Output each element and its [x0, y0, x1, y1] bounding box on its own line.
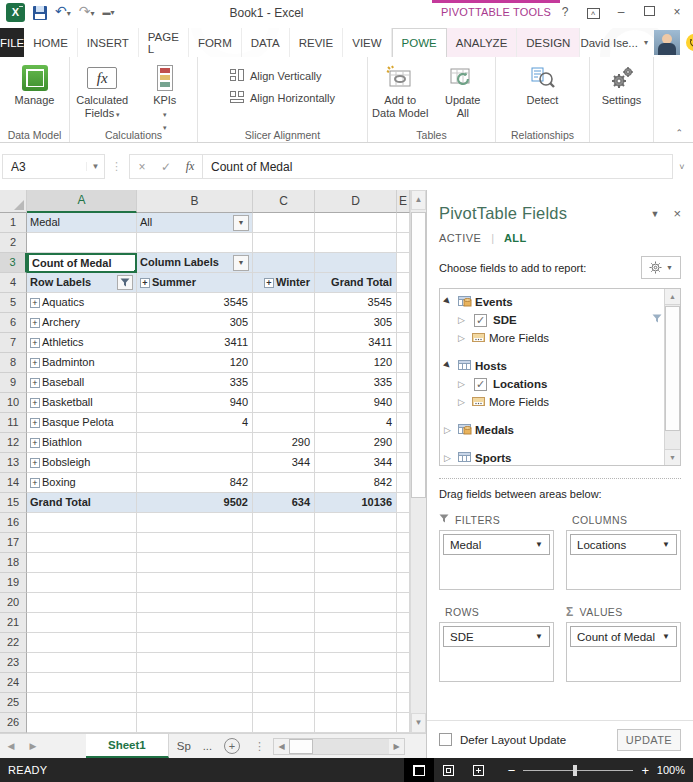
tab-revie[interactable]: REVIE — [290, 28, 344, 57]
cell-A15[interactable]: Grand Total — [27, 493, 137, 513]
tab-file[interactable]: FILE — [0, 28, 24, 57]
row-header-8[interactable]: 8 — [0, 353, 27, 373]
cell-A2[interactable] — [27, 233, 137, 253]
field-chip-sde[interactable]: SDE▼ — [443, 626, 550, 647]
row-header-19[interactable]: 19 — [0, 573, 27, 593]
row-header-5[interactable]: 5 — [0, 293, 27, 313]
expand-icon[interactable]: + — [264, 278, 274, 288]
field-table-medals[interactable]: ▷Medals — [444, 421, 662, 439]
expand-icon[interactable]: + — [30, 298, 40, 308]
row-header-16[interactable]: 16 — [0, 513, 27, 533]
cell-B11[interactable]: 4 — [137, 413, 253, 433]
tab-page-l[interactable]: PAGE L — [139, 28, 189, 57]
column-header-E[interactable]: E — [397, 190, 410, 213]
zoom-slider-thumb[interactable] — [573, 765, 577, 776]
cell-C8[interactable] — [253, 353, 315, 373]
formula-bar-handle[interactable]: ⋮ — [105, 160, 129, 173]
cell-D19[interactable] — [315, 573, 397, 593]
expand-icon[interactable]: + — [30, 398, 40, 408]
filter-dropdown-icon[interactable]: ▼ — [233, 215, 249, 231]
cell-A1[interactable]: Medal — [27, 213, 137, 233]
cell-E21[interactable] — [397, 613, 410, 633]
cell-C14[interactable] — [253, 473, 315, 493]
expand-icon[interactable]: + — [30, 458, 40, 468]
cell-D3[interactable] — [315, 253, 397, 273]
cell-E2[interactable] — [397, 233, 410, 253]
ribbon-display-options-button[interactable]: ˄ — [581, 2, 605, 22]
row-header-3[interactable]: 3 — [0, 253, 27, 273]
cell-B4[interactable]: +Summer — [137, 273, 253, 293]
close-button[interactable]: × — [665, 2, 689, 22]
normal-view-button[interactable] — [404, 758, 434, 782]
cell-D9[interactable]: 335 — [315, 373, 397, 393]
cell-C10[interactable] — [253, 393, 315, 413]
row-header-9[interactable]: 9 — [0, 373, 27, 393]
cell-C26[interactable] — [253, 713, 315, 733]
cell-A12[interactable]: +Biathlon — [27, 433, 137, 453]
sheet-nav-left-icon[interactable]: ◀ — [0, 734, 22, 758]
cell-C2[interactable] — [253, 233, 315, 253]
field-table-sports[interactable]: ▷Sports — [444, 449, 662, 466]
row-header-7[interactable]: 7 — [0, 333, 27, 353]
row-header-18[interactable]: 18 — [0, 553, 27, 573]
list-scroll-up-icon[interactable]: ▲ — [665, 289, 680, 305]
cell-B2[interactable] — [137, 233, 253, 253]
cell-E19[interactable] — [397, 573, 410, 593]
cell-A10[interactable]: +Basketball — [27, 393, 137, 413]
maximize-button[interactable] — [637, 2, 661, 22]
row-header-23[interactable]: 23 — [0, 653, 27, 673]
row-header-21[interactable]: 21 — [0, 613, 27, 633]
cell-B14[interactable]: 842 — [137, 473, 253, 493]
cell-B23[interactable] — [137, 653, 253, 673]
expand-icon[interactable]: + — [30, 438, 40, 448]
cell-E3[interactable] — [397, 253, 410, 273]
help-button[interactable]: ? — [553, 2, 577, 22]
cell-A19[interactable] — [27, 573, 137, 593]
formula-input[interactable]: Count of Medal — [202, 154, 673, 179]
cell-B16[interactable] — [137, 513, 253, 533]
chip-dropdown-icon[interactable]: ▼ — [662, 632, 670, 641]
list-scroll-down-icon[interactable]: ▼ — [665, 449, 680, 465]
cell-C24[interactable] — [253, 673, 315, 693]
cell-C15[interactable]: 634 — [253, 493, 315, 513]
tools-gear-button[interactable]: ▼ — [641, 256, 681, 279]
cell-C25[interactable] — [253, 693, 315, 713]
cell-C19[interactable] — [253, 573, 315, 593]
cell-A23[interactable] — [27, 653, 137, 673]
cell-C21[interactable] — [253, 613, 315, 633]
fill-handle[interactable] — [133, 269, 137, 273]
tab-analyze[interactable]: ANALYZE — [447, 28, 518, 57]
cell-A5[interactable]: +Aquatics — [27, 293, 137, 313]
cell-B1[interactable]: All▼ — [137, 213, 253, 233]
row-labels-filter-icon[interactable] — [117, 275, 133, 290]
button-calculated[interactable]: fxCalculatedFields ▾ — [72, 61, 133, 121]
cell-A16[interactable] — [27, 513, 137, 533]
row-header-15[interactable]: 15 — [0, 493, 27, 513]
cell-D22[interactable] — [315, 633, 397, 653]
field-list-scrollbar-thumb[interactable] — [665, 306, 680, 431]
row-header-11[interactable]: 11 — [0, 413, 27, 433]
cell-D6[interactable]: 305 — [315, 313, 397, 333]
cell-E12[interactable] — [397, 433, 410, 453]
filter-dropdown-icon[interactable]: ▼ — [233, 255, 249, 271]
cell-E5[interactable] — [397, 293, 410, 313]
expand-icon[interactable]: + — [30, 478, 40, 488]
cell-D4[interactable]: Grand Total — [315, 273, 397, 293]
pane-options-icon[interactable]: ▼ — [650, 209, 659, 219]
cell-E16[interactable] — [397, 513, 410, 533]
undo-icon[interactable]: ↶▾ — [55, 4, 71, 21]
cell-B22[interactable] — [137, 633, 253, 653]
cell-E20[interactable] — [397, 593, 410, 613]
cell-E24[interactable] — [397, 673, 410, 693]
cell-D24[interactable] — [315, 673, 397, 693]
field-chip-medal[interactable]: Medal▼ — [443, 534, 550, 555]
cell-D12[interactable]: 290 — [315, 433, 397, 453]
scroll-up-icon[interactable]: ▲ — [411, 190, 426, 210]
cell-E17[interactable] — [397, 533, 410, 553]
button-settings[interactable]: Settings — [592, 61, 651, 107]
cell-C3[interactable] — [253, 253, 315, 273]
expand-icon[interactable]: + — [30, 418, 40, 428]
cell-B9[interactable]: 335 — [137, 373, 253, 393]
cell-B18[interactable] — [137, 553, 253, 573]
row-header-2[interactable]: 2 — [0, 233, 27, 253]
